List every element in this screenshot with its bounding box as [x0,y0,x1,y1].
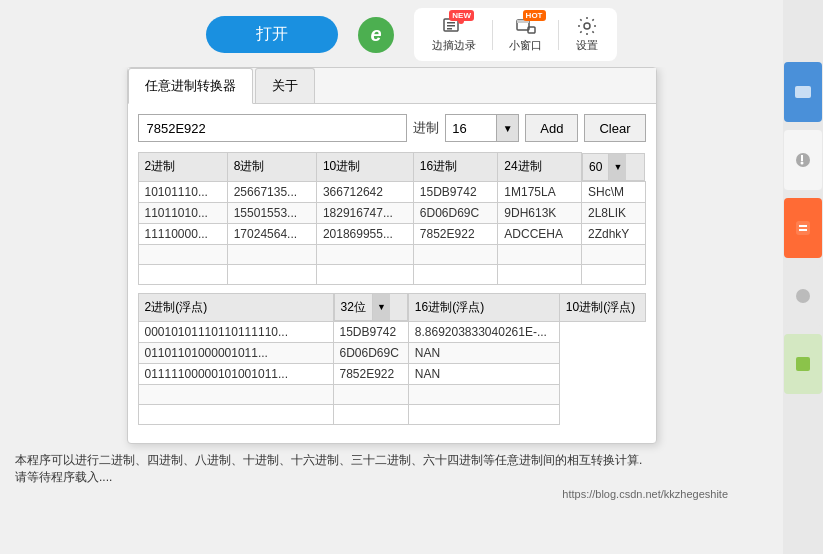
gear-icon [575,16,599,36]
table-row: 11011010... 15501553... 182916747... 6D0… [138,202,645,223]
col-header-hex: 16进制 [413,153,497,182]
small-window-icon: HOT [514,16,538,36]
base60-dropdown[interactable]: ▼ [608,154,626,180]
right-icon-4[interactable] [784,266,822,326]
window-tabs: 任意进制转换器 关于 [128,68,656,104]
float-header-row: 2进制(浮点) 32位 ▼ 16进制(浮点) 10进制(浮点) [138,293,645,322]
bottom-text: 本程序可以进行二进制、四进制、八进制、十进制、十六进制、三十二进制、六十四进制等… [15,444,728,486]
open-button[interactable]: 打开 [206,16,338,53]
clear-button[interactable]: Clear [584,114,645,142]
svg-rect-13 [796,221,810,235]
main-area: 任意进制转换器 关于 进制 ▼ Add Clear [0,67,783,500]
svg-point-16 [796,289,810,303]
toolbar-icons: NEW 边摘边录 HOT 小窗口 [414,8,617,61]
settings-label: 设置 [576,38,598,53]
float-row: 00010101110110111110... 15DB9742 8.86920… [138,322,645,343]
bottom-line1: 本程序可以进行二进制、四进制、八进制、十进制、十六进制、三十二进制、六十四进制等… [15,452,728,469]
float-row: 01101101000001011... 6D06D69C NAN [138,343,645,364]
right-icon-2[interactable] [784,130,822,190]
float-table: 2进制(浮点) 32位 ▼ 16进制(浮点) 10进制(浮点) 00010101… [138,293,646,426]
col-header-base60: 60 ▼ [582,153,645,181]
base-dropdown-btn[interactable]: ▼ [496,115,518,141]
toolbar-item-small-window[interactable]: HOT 小窗口 [499,12,552,57]
divider2 [558,20,559,50]
float-row-empty [138,405,645,425]
right-icon-1[interactable] [784,62,822,122]
svg-rect-11 [801,155,803,161]
side-record-label: 边摘边录 [432,38,476,53]
right-icon-panel [783,0,823,554]
right-icon-3[interactable] [784,198,822,258]
table-row: 11110000... 17024564... 201869955... 785… [138,223,645,244]
col-header-binary: 2进制 [138,153,227,182]
new-badge: NEW [449,10,474,21]
base-label: 进制 [413,119,439,137]
bit32-dropdown[interactable]: ▼ [372,294,390,320]
toolbar-item-settings[interactable]: 设置 [565,12,609,57]
float-row-empty [138,385,645,405]
base-input[interactable] [446,115,496,141]
content-wrapper: 任意进制转换器 关于 进制 ▼ Add Clear [0,67,783,500]
base-select[interactable]: ▼ [445,114,519,142]
col-header-base24: 24进制 [498,153,582,182]
main-table-header-row: 2进制 8进制 10进制 16进制 24进制 60 ▼ [138,153,645,182]
float-col-binary: 2进制(浮点) [138,293,333,322]
col-header-decimal: 10进制 [316,153,413,182]
app-window: 任意进制转换器 关于 进制 ▼ Add Clear [127,67,657,444]
svg-rect-17 [796,357,810,371]
table-row-empty [138,264,645,284]
main-table: 2进制 8进制 10进制 16进制 24进制 60 ▼ [138,152,646,285]
svg-rect-14 [799,225,807,227]
svg-rect-15 [799,229,807,231]
add-button[interactable]: Add [525,114,578,142]
toolbar-item-side-record[interactable]: NEW 边摘边录 [422,12,486,57]
float-col-32bit: 32位 ▼ [334,293,408,321]
float-row: 01111100000101001011... 7852E922 NAN [138,364,645,385]
col-header-octal: 8进制 [227,153,316,182]
svg-point-8 [584,23,590,29]
e-icon: e [358,17,394,53]
right-icon-5[interactable] [784,334,822,394]
bottom-line2: 请等待程序载入.... [15,469,728,486]
float-col-decimal: 10进制(浮点) [559,293,645,322]
tab-converter[interactable]: 任意进制转换器 [128,68,253,104]
top-bar: 打开 e NEW 边摘边录 [0,0,823,67]
table-row: 10101110... 25667135... 366712642 15DB97… [138,181,645,202]
float-col-hex: 16进制(浮点) [408,293,559,322]
tab-about[interactable]: 关于 [255,68,315,103]
svg-rect-1 [447,22,455,24]
input-row: 进制 ▼ Add Clear [138,114,646,142]
svg-rect-2 [447,25,455,27]
bottom-url: https://blog.csdn.net/kkzhegeshite [15,486,728,500]
side-record-icon: NEW [442,16,466,36]
hot-badge: HOT [523,10,546,21]
svg-point-12 [801,162,804,165]
window-body: 进制 ▼ Add Clear 2进制 8进制 10进制 [128,104,656,443]
small-window-label: 小窗口 [509,38,542,53]
value-input[interactable] [138,114,408,142]
svg-rect-9 [795,86,811,98]
table-row-empty [138,244,645,264]
svg-rect-3 [447,28,452,30]
divider [492,20,493,50]
